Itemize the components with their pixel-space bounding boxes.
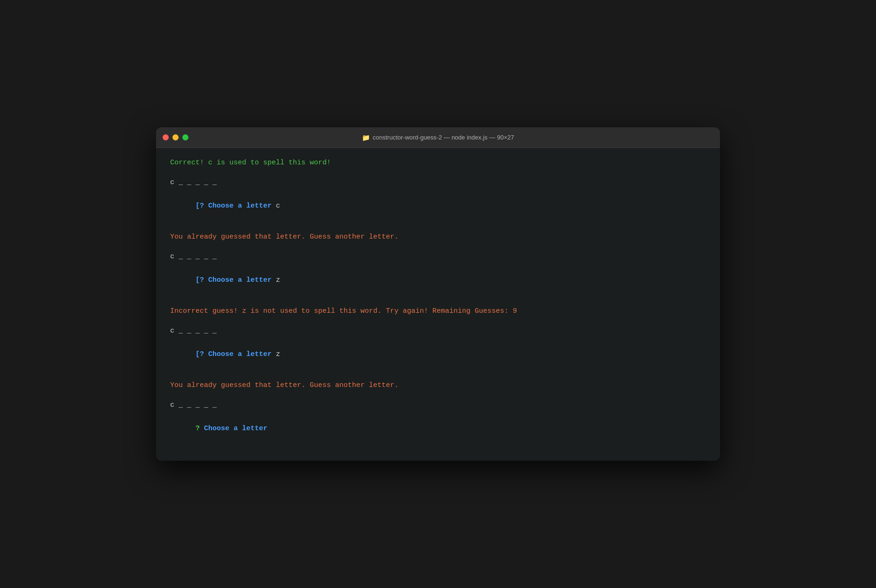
spacer-1 — [170, 170, 706, 177]
prompt-c: [? Choose a letter c — [170, 189, 706, 223]
word-display-1: c _ _ _ _ _ — [170, 177, 706, 188]
prompt-z-1: [? Choose a letter z — [170, 263, 706, 297]
spacer-7 — [170, 392, 706, 400]
folder-icon: 📁 — [362, 134, 370, 141]
titlebar: 📁 constructor-word-guess-2 — node index.… — [156, 127, 720, 148]
terminal-body: Correct! c is used to spell this word! c… — [156, 148, 720, 461]
incorrect-message: Incorrect guess! z is not used to spell … — [170, 306, 706, 317]
spacer-6 — [170, 372, 706, 380]
word-display-4: c _ _ _ _ _ — [170, 400, 706, 411]
already-guessed-2: You already guessed that letter. Guess a… — [170, 380, 706, 391]
prompt-z-2: [? Choose a letter z — [170, 338, 706, 371]
spacer-2 — [170, 224, 706, 232]
bracket-3: [? — [196, 350, 204, 358]
spacer-3 — [170, 244, 706, 251]
active-prompt-symbol: ? — [196, 425, 200, 433]
label-2: Choose a letter — [204, 276, 272, 284]
terminal-window: 📁 constructor-word-guess-2 — node index.… — [156, 127, 720, 461]
title-label: constructor-word-guess-2 — node index.js… — [373, 134, 514, 141]
window-title: 📁 constructor-word-guess-2 — node index.… — [362, 134, 514, 141]
bracket-1: [? — [196, 202, 204, 210]
input-z-1: z — [272, 276, 280, 284]
word-display-3: c _ _ _ _ _ — [170, 325, 706, 337]
traffic-lights — [163, 134, 188, 140]
input-z-2: z — [272, 350, 280, 358]
maximize-button[interactable] — [182, 134, 188, 140]
input-c: c — [272, 202, 280, 210]
word-display-2: c _ _ _ _ _ — [170, 251, 706, 263]
spacer-4 — [170, 298, 706, 306]
bracket-2: [? — [196, 276, 204, 284]
label-3: Choose a letter — [204, 350, 272, 358]
correct-message: Correct! c is used to spell this word! — [170, 157, 706, 169]
active-prompt-label: Choose a letter — [200, 425, 267, 433]
already-guessed-1: You already guessed that letter. Guess a… — [170, 232, 706, 243]
close-button[interactable] — [163, 134, 169, 140]
prompt-active[interactable]: ? Choose a letter — [170, 412, 706, 446]
label-1: Choose a letter — [204, 202, 272, 210]
minimize-button[interactable] — [172, 134, 179, 140]
spacer-5 — [170, 318, 706, 325]
